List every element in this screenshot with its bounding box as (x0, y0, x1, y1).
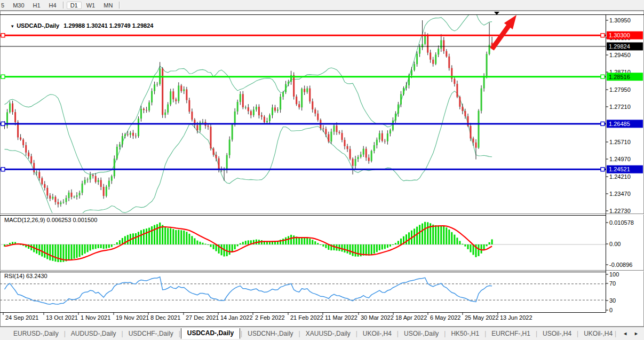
tab-scroll-divider: | (615, 330, 616, 337)
date-tick-label: 25 May 2022 (465, 314, 499, 321)
tab-scroll-right-icon[interactable]: ► (634, 331, 639, 336)
symbol-tab-bar: EURUSD-,Daily|AUDUSD-,Daily|USDCHF-,Dail… (0, 327, 644, 340)
timeframe-button-mn[interactable]: MN (100, 2, 116, 9)
rsi-axis-label: 70 (609, 280, 616, 287)
candle (138, 116, 139, 138)
toolbar-separator (119, 2, 120, 9)
line-handle[interactable] (601, 122, 605, 125)
chart-window: 1.309501.301901.294501.287101.279501.272… (0, 11, 644, 327)
price-tick-label: 1.29450 (609, 52, 631, 58)
macd-indicator-label: MACD(12,26,9) 0.006253 0.001500 (4, 217, 97, 223)
price-tick-label: 1.22730 (609, 208, 631, 214)
macd-axis-label: 0.00 (609, 241, 621, 247)
svg-text:1.28516: 1.28516 (609, 74, 630, 80)
date-tick-label: 19 Nov 2021 (116, 314, 149, 321)
line-handle[interactable] (1, 122, 5, 125)
candle (301, 88, 303, 110)
timeframe-button-5[interactable]: 5 (0, 2, 8, 9)
date-tick-label: 21 Feb 2022 (290, 314, 323, 321)
rsi-axis-label: 0 (609, 307, 613, 313)
candle (486, 52, 488, 78)
macd-axis-label: 0.010578 (609, 219, 634, 226)
price-tick-label: 1.23470 (609, 191, 631, 197)
price-badge-1.26485: 1.26485 (607, 120, 643, 128)
date-tick-label: 24 Sep 2021 (5, 314, 38, 321)
price-badge-1.29824: 1.29824 (607, 42, 643, 50)
tab-usoil-daily[interactable]: USOil-,Daily (399, 328, 443, 339)
candle (427, 33, 428, 55)
rsi-indicator-label: RSI(14) 63.2430 (4, 273, 47, 279)
chart-dropdown-icon[interactable]: ▼ (10, 24, 14, 29)
date-tick-label: 6 May 2022 (430, 314, 460, 321)
price-badge-1.24521: 1.24521 (607, 165, 643, 173)
price-tick-label: 1.27950 (609, 86, 631, 93)
svg-text:1.29824: 1.29824 (609, 43, 630, 50)
tab-eurchf-h1[interactable]: EURCHF-,H1 (487, 328, 535, 339)
timeframe-button-h4[interactable]: H4 (45, 2, 60, 9)
timeframe-button-w1[interactable]: W1 (83, 2, 99, 9)
rsi-axis-label: 100 (609, 271, 619, 278)
price-tick-label: 1.24970 (609, 156, 631, 162)
date-tick-label: 30 Mar 2022 (361, 314, 394, 321)
line-handle[interactable] (601, 168, 605, 171)
candle (229, 137, 230, 159)
tab-ukoil-h4[interactable]: UKOil-,H4 (579, 328, 615, 339)
date-tick-label: 14 Jan 2022 (220, 314, 253, 321)
rsi-axis-label: 30 (609, 297, 616, 304)
toolbar-separator (63, 2, 64, 9)
svg-text:1.30300: 1.30300 (609, 32, 630, 38)
line-handle[interactable] (601, 34, 605, 37)
price-badge-1.28516: 1.28516 (607, 73, 643, 81)
date-tick-label: 13 Jun 2022 (500, 314, 532, 321)
date-tick-label: 13 Oct 2021 (46, 314, 78, 321)
timeframe-toolbar: 5M30H1H4D1W1MN (0, 0, 644, 11)
date-tick-label: 1 Nov 2021 (81, 314, 110, 321)
line-handle[interactable] (601, 75, 605, 78)
macd-axis-label: -0.00896 (609, 262, 632, 268)
tab-eurusd-daily[interactable]: EURUSD-,Daily (9, 328, 63, 339)
symbol-tabs: EURUSD-,Daily|AUDUSD-,Daily|USDCHF-,Dail… (0, 328, 615, 339)
tab-hk50-h1[interactable]: HK50-,H1 (446, 328, 484, 339)
tab-usdcad-daily[interactable]: USDCAD-,Daily (181, 328, 240, 339)
chart-symbol-label: USDCAD-,Daily (17, 22, 59, 29)
candle (106, 185, 107, 197)
timeframe-button-m30[interactable]: M30 (9, 2, 28, 9)
tab-usdcnh-daily[interactable]: USDCNH-,Daily (243, 328, 298, 339)
candle (114, 155, 115, 178)
line-handle[interactable] (1, 168, 5, 171)
date-tick-label: 11 Mar 2022 (325, 314, 357, 321)
tab-separator: | (178, 330, 181, 337)
svg-text:1.26485: 1.26485 (609, 121, 630, 127)
candle (371, 150, 372, 163)
candle (481, 85, 482, 114)
price-badge-1.30300: 1.30300 (607, 31, 643, 39)
line-handle[interactable] (1, 75, 5, 78)
chart-title: ▼USDCAD-,Daily1.29988 1.30241 1.29749 1.… (4, 16, 153, 35)
tab-usdchf-daily[interactable]: USDCHF-,Daily (124, 328, 178, 339)
date-tick-label: 27 Dec 2021 (186, 314, 219, 321)
price-tick-label: 1.24210 (609, 173, 631, 180)
tab-audusd-daily[interactable]: AUDUSD-,Daily (66, 328, 121, 339)
tab-ukoil-h4[interactable]: UKOil-,H4 (358, 328, 396, 339)
price-tick-label: 1.30950 (609, 17, 631, 23)
chart-ohlc-values: 1.29988 1.30241 1.29749 1.29824 (63, 22, 153, 29)
price-tick-label: 1.27210 (609, 104, 631, 110)
date-tick-label: 2 Feb 2022 (255, 314, 285, 321)
timeframe-button-h1[interactable]: H1 (29, 2, 44, 9)
tab-scroll-controls: | ◄ ► (615, 330, 644, 337)
svg-text:1.24521: 1.24521 (609, 166, 630, 172)
candle (162, 67, 163, 118)
timeframe-button-d1[interactable]: D1 (67, 2, 82, 9)
tab-xauusd-daily[interactable]: XAUUSD-,Daily (301, 328, 355, 339)
date-tick-label: 18 Apr 2022 (395, 314, 427, 321)
tab-scroll-left-icon[interactable]: ◄ (623, 331, 627, 336)
price-tick-label: 1.25710 (609, 139, 631, 145)
candle (210, 123, 212, 151)
candle (478, 109, 480, 149)
date-tick-label: 8 Dec 2021 (150, 314, 180, 321)
tab-usoil-h4[interactable]: USOil-,H4 (538, 328, 576, 339)
candle (232, 123, 233, 141)
